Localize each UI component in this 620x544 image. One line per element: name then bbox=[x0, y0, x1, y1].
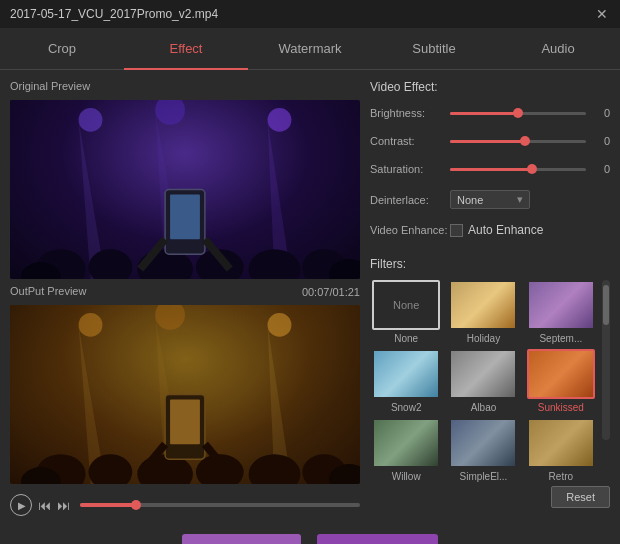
filter-willow-label: Willow bbox=[392, 471, 421, 482]
output-preview-box bbox=[10, 305, 360, 484]
filter-retro-preview bbox=[529, 420, 593, 466]
right-panel: Video Effect: Brightness: 0 Contrast: 0 bbox=[370, 80, 610, 516]
saturation-slider[interactable] bbox=[450, 162, 586, 176]
filter-albao-label: Albao bbox=[471, 402, 497, 413]
contrast-slider[interactable] bbox=[450, 134, 586, 148]
time-display: 00:07/01:21 bbox=[302, 286, 360, 298]
brightness-row: Brightness: 0 bbox=[370, 106, 610, 120]
filter-simpleel-item[interactable]: SimpleEl... bbox=[447, 418, 519, 482]
filter-holiday-thumb bbox=[449, 280, 517, 330]
filters-scroll-thumb bbox=[603, 285, 609, 325]
saturation-label: Saturation: bbox=[370, 163, 450, 175]
filter-holiday-preview bbox=[451, 282, 515, 328]
deinterlace-label: Deinterlace: bbox=[370, 194, 450, 206]
tab-watermark[interactable]: Watermark bbox=[248, 28, 372, 70]
filter-snow2-label: Snow2 bbox=[391, 402, 422, 413]
filter-albao-thumb bbox=[449, 349, 517, 399]
title-filename: 2017-05-17_VCU_2017Promo_v2.mp4 bbox=[10, 7, 218, 21]
footer: OK Cancel bbox=[0, 526, 620, 544]
ok-button[interactable]: OK bbox=[182, 534, 301, 544]
filter-september-label: Septem... bbox=[539, 333, 582, 344]
filter-snow2-thumb bbox=[372, 349, 440, 399]
output-canvas bbox=[10, 305, 360, 484]
saturation-row: Saturation: 0 bbox=[370, 162, 610, 176]
svg-point-2 bbox=[268, 108, 292, 132]
filter-simpleel-label: SimpleEl... bbox=[460, 471, 508, 482]
contrast-fill bbox=[450, 140, 525, 143]
progress-fill bbox=[80, 503, 136, 507]
svg-point-0 bbox=[79, 108, 103, 132]
filter-sunkissed-item[interactable]: Sunkissed bbox=[525, 349, 597, 413]
tab-subtitle[interactable]: Subtitle bbox=[372, 28, 496, 70]
tab-effect[interactable]: Effect bbox=[124, 28, 248, 70]
auto-enhance-label: Auto Enhance bbox=[468, 223, 543, 237]
filter-none-item[interactable]: None None bbox=[370, 280, 442, 344]
concert-svg-original bbox=[10, 100, 360, 279]
deinterlace-select[interactable]: None ▾ bbox=[450, 190, 530, 209]
svg-point-19 bbox=[155, 305, 185, 330]
reset-row: Reset bbox=[370, 482, 610, 508]
filter-none-label-inner: None bbox=[393, 299, 419, 311]
deinterlace-value: None bbox=[457, 194, 483, 206]
saturation-value: 0 bbox=[590, 163, 610, 175]
tabs-bar: Crop Effect Watermark Subtitle Audio bbox=[0, 28, 620, 70]
filters-title: Filters: bbox=[370, 257, 610, 271]
filter-willow-item[interactable]: Willow bbox=[370, 418, 442, 482]
svg-point-18 bbox=[79, 313, 103, 337]
auto-enhance-checkbox[interactable] bbox=[450, 224, 463, 237]
svg-point-20 bbox=[268, 313, 292, 337]
tab-audio[interactable]: Audio bbox=[496, 28, 620, 70]
filter-retro-thumb bbox=[527, 418, 595, 468]
filter-retro-label: Retro bbox=[549, 471, 573, 482]
play-button[interactable]: ▶ bbox=[10, 494, 32, 516]
concert-svg-output bbox=[10, 305, 360, 484]
output-preview-label: OutPut Preview bbox=[10, 285, 86, 297]
filter-sunkissed-preview bbox=[529, 351, 593, 397]
contrast-label: Contrast: bbox=[370, 135, 450, 147]
svg-point-1 bbox=[155, 100, 185, 125]
saturation-thumb bbox=[527, 164, 537, 174]
video-effect-title: Video Effect: bbox=[370, 80, 610, 94]
svg-rect-31 bbox=[170, 399, 200, 444]
brightness-fill bbox=[450, 112, 518, 115]
brightness-value: 0 bbox=[590, 107, 610, 119]
next-button[interactable]: ⏭ bbox=[57, 498, 70, 513]
filter-willow-preview bbox=[374, 420, 438, 466]
brightness-thumb bbox=[513, 108, 523, 118]
filter-retro-item[interactable]: Retro bbox=[525, 418, 597, 482]
saturation-fill bbox=[450, 168, 532, 171]
svg-rect-13 bbox=[170, 194, 200, 239]
filter-snow2-item[interactable]: Snow2 bbox=[370, 349, 442, 413]
filter-sunkissed-thumb bbox=[527, 349, 595, 399]
filter-september-item[interactable]: Septem... bbox=[525, 280, 597, 344]
filters-grid: None None Holiday bbox=[370, 280, 597, 482]
svg-point-10 bbox=[249, 249, 301, 279]
filter-simpleel-thumb bbox=[449, 418, 517, 468]
original-canvas bbox=[10, 100, 360, 279]
chevron-down-icon: ▾ bbox=[517, 193, 523, 206]
title-bar: 2017-05-17_VCU_2017Promo_v2.mp4 ✕ bbox=[0, 0, 620, 28]
deinterlace-row: Deinterlace: None ▾ bbox=[370, 190, 610, 209]
filters-scrollbar[interactable] bbox=[602, 280, 610, 440]
filter-simpleel-preview bbox=[451, 420, 515, 466]
filter-none-thumb: None bbox=[372, 280, 440, 330]
close-button[interactable]: ✕ bbox=[594, 6, 610, 22]
original-preview-label: Original Preview bbox=[10, 80, 360, 92]
filter-holiday-item[interactable]: Holiday bbox=[447, 280, 519, 344]
video-enhance-label: Video Enhance: bbox=[370, 224, 450, 236]
prev-button[interactable]: ⏮ bbox=[38, 498, 51, 513]
filters-scroll-area: None None Holiday bbox=[370, 275, 610, 482]
filter-holiday-label: Holiday bbox=[467, 333, 500, 344]
output-header: OutPut Preview 00:07/01:21 bbox=[10, 285, 360, 299]
progress-bar[interactable] bbox=[80, 503, 360, 507]
cancel-button[interactable]: Cancel bbox=[317, 534, 437, 544]
filter-albao-item[interactable]: Albao bbox=[447, 349, 519, 413]
brightness-slider[interactable] bbox=[450, 106, 586, 120]
tab-crop[interactable]: Crop bbox=[0, 28, 124, 70]
contrast-value: 0 bbox=[590, 135, 610, 147]
svg-point-28 bbox=[249, 454, 301, 484]
left-panel: Original Preview bbox=[10, 80, 360, 516]
brightness-label: Brightness: bbox=[370, 107, 450, 119]
contrast-track bbox=[450, 140, 586, 143]
reset-button[interactable]: Reset bbox=[551, 486, 610, 508]
